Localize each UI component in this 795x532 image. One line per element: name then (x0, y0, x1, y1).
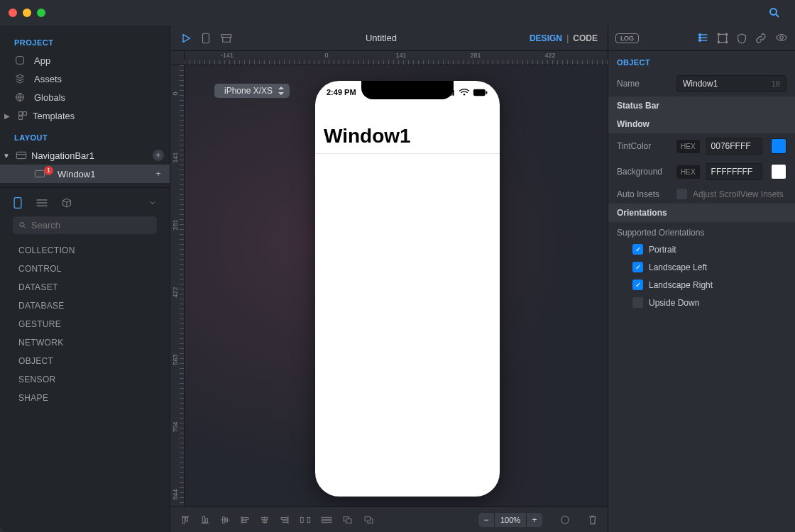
svg-rect-17 (203, 33, 209, 43)
tree-item-navigationbar[interactable]: ▼ NavigationBar1 + (0, 146, 170, 165)
library-category[interactable]: SHAPE (0, 389, 170, 407)
tree-item-window[interactable]: 1 Window1 + (0, 165, 170, 183)
stack-front-icon[interactable] (342, 515, 353, 525)
log-button[interactable]: LOG (615, 33, 639, 43)
align-vcenter-icon[interactable] (220, 515, 230, 525)
svg-rect-44 (300, 517, 303, 522)
warning-badge: 1 (44, 166, 53, 175)
tab-design[interactable]: DESIGN (530, 33, 562, 43)
tintcolor-input[interactable]: 0076FFFF (706, 138, 762, 155)
orientations-section[interactable]: Orientations (608, 204, 795, 222)
align-right-icon[interactable] (280, 515, 290, 525)
autoinsets-text: Adjust ScrollView Insets (693, 189, 784, 199)
autoinsets-checkbox[interactable] (676, 189, 687, 199)
chevron-down-icon[interactable]: ▼ (3, 152, 11, 160)
library-category[interactable]: GESTURE (0, 315, 170, 333)
zoom-level[interactable]: 100% (494, 513, 527, 527)
search-icon[interactable] (768, 6, 781, 19)
align-top-icon[interactable] (180, 515, 190, 525)
distribute-v-icon[interactable] (321, 515, 332, 525)
library-category[interactable]: OBJECT (0, 352, 170, 370)
link-tab-icon[interactable] (755, 33, 767, 44)
zoom-control: − 100% + (478, 513, 542, 527)
search-input[interactable] (31, 220, 151, 231)
background-input[interactable]: FFFFFFFF (706, 163, 762, 180)
orientation-checkbox[interactable] (632, 297, 643, 308)
distribute-h-icon[interactable] (300, 515, 311, 525)
assets-icon (14, 73, 26, 84)
device-tab-icon[interactable] (13, 196, 23, 209)
tintcolor-swatch[interactable] (771, 138, 786, 154)
name-input[interactable]: Window1 18 (676, 75, 786, 92)
library-search[interactable] (13, 216, 157, 234)
orientation-label: Upside Down (649, 298, 699, 308)
orientation-row[interactable]: Upside Down (608, 294, 795, 311)
align-bottom-icon[interactable] (200, 515, 210, 525)
canvas-stage[interactable]: iPhone X/XS 2:49 PM Window1 (185, 65, 608, 506)
add-child-button[interactable]: + (153, 150, 164, 161)
sidebar-item-globals[interactable]: Globals (0, 88, 170, 106)
background-label: Background (617, 167, 671, 177)
autoinsets-label: Auto Insets (617, 189, 671, 199)
svg-rect-9 (35, 170, 44, 177)
library-category[interactable]: COLLECTION (0, 241, 170, 260)
battery-icon (473, 89, 488, 96)
archive-button[interactable] (220, 33, 233, 44)
svg-rect-36 (243, 517, 248, 519)
sidebar-item-templates[interactable]: ▶ Templates (0, 106, 170, 125)
device-selector[interactable]: iPhone X/XS (214, 84, 290, 98)
device-button[interactable] (202, 32, 210, 45)
phone-navbar: Window1 (315, 125, 500, 154)
align-hcenter-icon[interactable] (260, 515, 270, 525)
properties-tab-icon[interactable] (697, 33, 708, 44)
sidebar-item-assets[interactable]: Assets (0, 70, 170, 88)
ruler-tick: 141 (172, 152, 179, 162)
ruler-tick: 0 (324, 52, 328, 59)
sidebar-item-app[interactable]: App (0, 51, 170, 70)
sidebar-item-label: Globals (34, 92, 65, 103)
stack-back-icon[interactable] (363, 515, 375, 525)
align-left-icon[interactable] (240, 515, 250, 525)
library-category[interactable]: NETWORK (0, 333, 170, 352)
library-category[interactable]: DATABASE (0, 297, 170, 315)
eye-tab-icon[interactable] (775, 33, 788, 44)
hex-badge[interactable]: HEX (676, 140, 700, 153)
orientation-row[interactable]: ✓Landscape Right (608, 276, 795, 294)
library-category[interactable]: CONTROL (0, 260, 170, 278)
chevron-right-icon[interactable]: ▶ (4, 112, 13, 120)
svg-rect-43 (283, 520, 287, 522)
navbar-icon (16, 150, 27, 160)
hex-badge[interactable]: HEX (676, 165, 700, 179)
phone-preview[interactable]: 2:49 PM Window1 (315, 81, 500, 497)
trash-icon[interactable] (588, 514, 598, 526)
statusbar-section[interactable]: Status Bar (608, 96, 795, 115)
orientation-checkbox[interactable]: ✓ (632, 262, 643, 272)
library-category[interactable]: DATASET (0, 278, 170, 297)
orientation-row[interactable]: ✓Landscape Left (608, 258, 795, 276)
search-icon (18, 221, 27, 230)
orientation-checkbox[interactable]: ✓ (632, 244, 643, 255)
add-child-button[interactable]: + (153, 168, 164, 179)
close-icon[interactable] (9, 9, 17, 17)
minimize-icon[interactable] (23, 9, 31, 17)
tab-code[interactable]: CODE (573, 33, 598, 43)
svg-rect-7 (16, 152, 26, 158)
window-section[interactable]: Window (608, 115, 795, 133)
shield-tab-icon[interactable] (737, 33, 747, 44)
overlay-icon[interactable] (559, 514, 571, 526)
orientation-checkbox[interactable]: ✓ (632, 279, 643, 290)
orientation-row[interactable]: ✓Portrait (608, 240, 795, 258)
globals-icon (14, 92, 26, 103)
chevron-down-icon[interactable] (148, 199, 157, 207)
play-button[interactable] (180, 33, 192, 44)
zoom-out-button[interactable]: − (478, 513, 494, 527)
list-tab-icon[interactable] (35, 198, 48, 208)
geometry-tab-icon[interactable] (717, 33, 728, 44)
zoom-icon[interactable] (37, 9, 45, 17)
library-category[interactable]: SENSOR (0, 370, 170, 389)
tintcolor-row: TintColor HEX 0076FFFF (608, 133, 795, 159)
svg-point-64 (780, 35, 784, 39)
background-swatch[interactable] (771, 164, 786, 179)
cube-tab-icon[interactable] (61, 197, 72, 209)
zoom-in-button[interactable]: + (527, 513, 542, 527)
